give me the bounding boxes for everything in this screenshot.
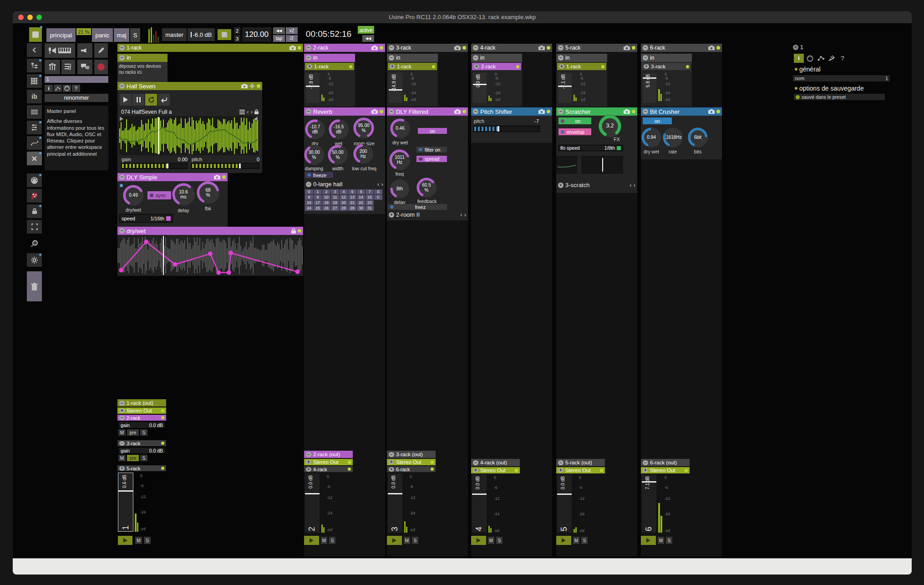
- edit-button[interactable]: [94, 43, 108, 58]
- panel-name-field[interactable]: 1: [45, 76, 108, 83]
- wet-knob[interactable]: -16.5dB: [329, 119, 349, 139]
- trash-drop-zone[interactable]: [27, 271, 42, 301]
- collapse-icon[interactable]: −: [473, 109, 478, 114]
- status-dot[interactable]: [685, 469, 688, 472]
- inspector-nodes-tab[interactable]: [816, 54, 826, 63]
- drywet-knob[interactable]: 0.46: [390, 118, 410, 138]
- preset-cell[interactable]: 12: [340, 195, 348, 200]
- lfo-swatch[interactable]: [617, 146, 621, 150]
- preset-cell[interactable]: 19: [331, 200, 339, 205]
- mute-button[interactable]: M: [118, 455, 126, 461]
- rack6-header[interactable]: −6-rack: [641, 44, 722, 52]
- preset-grid[interactable]: 01234567S89101112131415C1617181920212223…: [305, 189, 383, 211]
- status-dot[interactable]: [516, 65, 519, 68]
- rack2-in-header[interactable]: −in: [304, 54, 355, 62]
- stereo-out-row[interactable]: +Stereo Out: [471, 467, 520, 473]
- status-dot[interactable]: [349, 65, 352, 68]
- rate-knob[interactable]: 11618Hz: [663, 127, 683, 148]
- out-fader[interactable]: 0.6 dB 1: [118, 473, 133, 532]
- out-fader-handle[interactable]: [557, 493, 572, 495]
- pitchshifter-header[interactable]: −Pitch Shifter: [471, 107, 552, 116]
- out-fader-handle[interactable]: [472, 493, 487, 495]
- rack2-header[interactable]: −2-rack: [304, 44, 385, 52]
- rack4-out-header[interactable]: −4-rack (out): [471, 459, 520, 466]
- width-knob[interactable]: 50.00%: [328, 145, 348, 165]
- status-dot[interactable]: [257, 84, 260, 88]
- status-dot[interactable]: [716, 110, 720, 113]
- solo-button[interactable]: S: [140, 429, 147, 436]
- sync-toggle[interactable]: sync: [147, 191, 171, 199]
- status-dot[interactable]: [380, 110, 383, 113]
- collapse-icon[interactable]: −: [558, 460, 564, 465]
- play-button[interactable]: [120, 94, 132, 106]
- rack2-out-header[interactable]: −2-rack (out): [304, 451, 353, 458]
- preset-cell[interactable]: 16: [305, 200, 313, 205]
- inspector-pin-tab[interactable]: [827, 54, 837, 63]
- list-view-button[interactable]: [27, 105, 42, 119]
- maj-button[interactable]: maj: [114, 28, 129, 42]
- expand-icon[interactable]: +: [644, 64, 649, 69]
- camera-icon[interactable]: [214, 175, 220, 179]
- preset-cell[interactable]: 29: [348, 206, 356, 211]
- workspace-toggle-button[interactable]: [29, 27, 42, 42]
- gear-icon[interactable]: [249, 83, 255, 89]
- rack3-in-header[interactable]: −in: [387, 54, 438, 62]
- pre-button[interactable]: pre: [127, 429, 139, 436]
- preset-cell[interactable]: 6: [357, 189, 365, 194]
- loop-button[interactable]: [145, 94, 157, 106]
- rack5-header[interactable]: −5-rack: [556, 44, 637, 52]
- out-solo-button[interactable]: S: [144, 537, 151, 544]
- preset-cell[interactable]: 25: [314, 206, 322, 211]
- in-fader-handle[interactable]: [473, 84, 487, 85]
- nodes-tab-button[interactable]: [54, 85, 62, 92]
- preset-cell[interactable]: 31: [366, 206, 374, 211]
- collapse-icon[interactable]: −: [389, 45, 394, 51]
- close-panel-button[interactable]: [27, 152, 42, 165]
- workspace-principal-button[interactable]: principal: [46, 28, 76, 42]
- out-mute-button[interactable]: M: [573, 537, 579, 544]
- rack6-in-src-row[interactable]: +3-rack: [642, 63, 691, 70]
- halfseven-header[interactable]: −Half Seven: [117, 82, 262, 90]
- status-dot[interactable]: [600, 469, 603, 472]
- knob-tab-button[interactable]: [63, 85, 71, 92]
- status-dot[interactable]: [161, 467, 164, 470]
- camera-icon[interactable]: [371, 46, 378, 50]
- network-button[interactable]: [27, 189, 42, 203]
- dlyfiltered-preset-row[interactable]: +2-room II‹›: [387, 211, 468, 219]
- tempo-div2-button[interactable]: /2: [286, 35, 298, 42]
- collapse-icon[interactable]: −: [643, 109, 648, 114]
- send-3rack-gain[interactable]: gain0.0 dB: [118, 447, 165, 454]
- out-fader[interactable]: 0.0 dB2: [305, 473, 320, 533]
- camera-icon[interactable]: [241, 84, 248, 88]
- drywet-knob[interactable]: 0.94: [641, 127, 661, 148]
- pre-button[interactable]: pre: [127, 455, 139, 461]
- ps-pitch-value[interactable]: -7: [519, 118, 539, 124]
- fx-knob[interactable]: 3.2: [599, 115, 621, 137]
- preset-cell[interactable]: 21: [348, 200, 356, 205]
- gain-value[interactable]: 0.0 dB: [149, 422, 163, 428]
- out-play-button[interactable]: [387, 536, 402, 545]
- next-preset-icon[interactable]: ›: [464, 211, 466, 218]
- gain-value[interactable]: 0.0 dB: [149, 448, 163, 453]
- rack6-out-header[interactable]: −6-rack (out): [641, 459, 690, 466]
- in-fader[interactable]: -7.1 dB: [558, 73, 572, 103]
- in-fader[interactable]: -14.9 dB: [389, 73, 402, 103]
- lowcut-knob[interactable]: 200Hz: [353, 144, 373, 164]
- reverb-header[interactable]: −Reverb: [304, 107, 385, 116]
- lock-button[interactable]: [27, 204, 42, 218]
- in-fader[interactable]: -7.8 dB: [306, 73, 320, 103]
- tempo-x2-button[interactable]: x2: [286, 27, 298, 34]
- in-fader-handle[interactable]: [558, 86, 572, 87]
- back-button[interactable]: [27, 43, 42, 57]
- collapse-icon[interactable]: −: [119, 83, 125, 89]
- stereo-out-row[interactable]: +Stereo Out: [117, 407, 166, 414]
- status-dot[interactable]: [348, 468, 351, 471]
- collapse-icon[interactable]: −: [643, 45, 648, 51]
- expand-icon[interactable]: +: [389, 467, 394, 472]
- in-fader-handle[interactable]: [389, 89, 402, 91]
- rack5-out-header[interactable]: −5-rack (out): [556, 459, 605, 466]
- spread-toggle[interactable]: spread: [416, 156, 447, 162]
- preset-cell[interactable]: S: [374, 189, 382, 194]
- collapse-icon[interactable]: −: [119, 228, 125, 234]
- preset-cell[interactable]: 22: [357, 200, 365, 205]
